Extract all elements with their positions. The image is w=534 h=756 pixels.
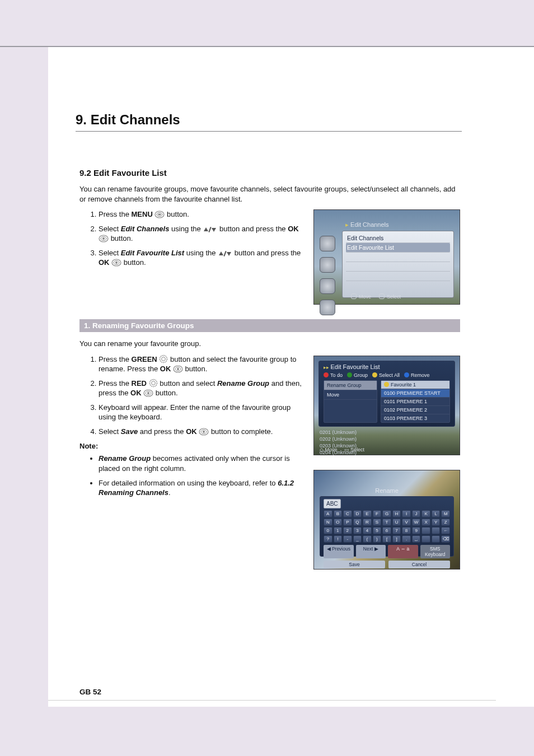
svg-point-8	[102, 237, 105, 240]
ok-button-icon	[173, 365, 183, 373]
svg-rect-2	[158, 214, 161, 216]
keyboard-key: .	[402, 535, 411, 543]
keyboard-key: U	[392, 519, 401, 526]
menu-row	[346, 281, 450, 290]
keyboard-key: L	[432, 510, 441, 517]
chapter-title: 9. Edit Channels	[76, 112, 462, 128]
keyboard-key: K	[421, 510, 430, 517]
keyboard-key: T	[382, 519, 391, 526]
svg-point-15	[160, 355, 167, 362]
sidebar-glyph-icon	[320, 236, 335, 251]
svg-point-16	[162, 357, 166, 361]
svg-point-20	[149, 379, 157, 386]
section-intro: You can rename favourite groups, move fa…	[79, 184, 460, 204]
up-down-arrow-icon	[218, 250, 232, 257]
sidebar-glyph-icon	[320, 300, 335, 315]
keyboard-key: V	[402, 519, 411, 526]
kb-btn-next: Next ▶	[356, 545, 386, 558]
footer-hairline	[48, 700, 496, 701]
keyboard-key: B	[334, 510, 343, 517]
footer-hint: Move	[351, 293, 371, 300]
left-option: Move	[324, 390, 377, 400]
svg-rect-4	[209, 227, 212, 232]
panel-title: Edit Channels	[345, 221, 454, 228]
keyboard-key: !	[334, 535, 343, 543]
keyboard-key: (	[363, 535, 372, 543]
keyboard-key: N	[324, 519, 332, 526]
keyboard-key: 5	[373, 527, 382, 534]
keyboard-key: Q	[353, 519, 362, 526]
keyboard-key: 7	[392, 527, 401, 534]
kb-btn-case-toggle: A ↔ a	[388, 545, 418, 558]
preview-row: 0202 (Unknown)	[318, 436, 392, 442]
keyboard-key: 4	[363, 527, 372, 534]
kb-btn-previous: ◀ Previous	[324, 545, 354, 558]
legend-item: Remove	[404, 372, 430, 378]
ok-button-icon	[99, 235, 109, 242]
keyboard-key	[421, 535, 430, 543]
step-b3: Keyboard will appear. Enter the name of …	[99, 403, 303, 422]
keyboard-key: ⌫	[441, 535, 450, 543]
channel-row: 0101 PREMIERE 1	[381, 397, 449, 405]
menu-row-selected: Edit Favourite List	[346, 243, 450, 253]
svg-point-19	[177, 368, 179, 370]
screenshot-edit-favourite-list: Edit Favourite List To doGroupSelect All…	[313, 356, 460, 455]
ok-button-icon	[143, 389, 153, 397]
keyboard-key: ]	[392, 535, 401, 543]
keyboard-key: )	[373, 535, 382, 543]
preview-row: 0201 (Unknown)	[318, 429, 392, 436]
step-a2: Select Edit Channels using the button an…	[99, 224, 303, 244]
ok-button-icon	[111, 259, 121, 267]
keyboard-key: O	[334, 519, 343, 526]
keyboard-key: S	[373, 519, 382, 526]
step-a3: Select Edit Favourite List using the but…	[99, 248, 303, 268]
onscreen-keyboard: ABCDEFGHIJKLMNOPQRSTUVWXYZ0123456789 ←?!…	[324, 510, 450, 543]
steps-list-b: Press the GREEN button and select the fa…	[79, 354, 303, 437]
keyboard-key: E	[363, 510, 372, 517]
green-ring-button-icon	[159, 354, 168, 363]
keyboard-key: 8	[402, 527, 411, 534]
keyboard-key: I	[402, 510, 411, 517]
sidebar-glyph-icon	[320, 257, 335, 273]
svg-rect-10	[224, 251, 227, 256]
footer-hint: ◇ Move	[320, 447, 338, 452]
screenshot-edit-channels-menu: Edit Channels Edit Channels Edit Favouri…	[313, 209, 460, 305]
channel-row: 0102 PREMIERE 2	[381, 405, 449, 414]
keyboard-key: A	[324, 510, 332, 517]
panel-title: Edit Favourite List	[319, 361, 455, 372]
keyboard-key: -	[343, 535, 352, 543]
legend-item: Select All	[372, 372, 400, 378]
keyboard-key: D	[353, 510, 362, 517]
keyboard-key: P	[343, 519, 352, 526]
keyboard-key: [	[382, 535, 391, 543]
keyboard-key: ←	[441, 527, 450, 534]
keyboard-key: Y	[432, 519, 441, 526]
keyboard-key	[432, 527, 441, 534]
footer-hint: Select	[379, 293, 401, 300]
menu-row	[346, 253, 450, 262]
section-title: 9.2 Edit Favourite List	[79, 168, 460, 178]
keyboard-key	[421, 527, 430, 534]
svg-point-24	[147, 392, 149, 394]
top-margin-band	[0, 0, 534, 47]
menu-row	[346, 272, 450, 281]
menu-button-icon	[154, 211, 165, 218]
menu-row	[346, 262, 450, 272]
svg-marker-9	[219, 251, 223, 255]
menu-row: Edit Channels	[346, 234, 450, 243]
channel-row-highlight: 0100 PREMIERE START	[381, 389, 449, 397]
keyboard-key: F	[373, 510, 382, 517]
legend-item: Group	[347, 372, 368, 378]
footer-hint: ▭ Select	[344, 447, 365, 452]
step-b2: Press the RED button and select Rename G…	[99, 379, 303, 398]
keyboard-key: ⎵	[412, 535, 421, 543]
chapter-title-rule	[76, 131, 462, 132]
note-1: Rename Group becomes activated only when…	[99, 454, 303, 473]
red-ring-button-icon	[149, 379, 158, 388]
channel-row: 0103 PREMIERE 3	[381, 414, 449, 422]
legend-item: To do	[324, 372, 343, 378]
keyboard-key: R	[363, 519, 372, 526]
svg-point-27	[203, 431, 205, 433]
keyboard-key: M	[441, 510, 450, 517]
steps-list-a: Press the MENU button. Select Edit Chann…	[79, 209, 303, 268]
